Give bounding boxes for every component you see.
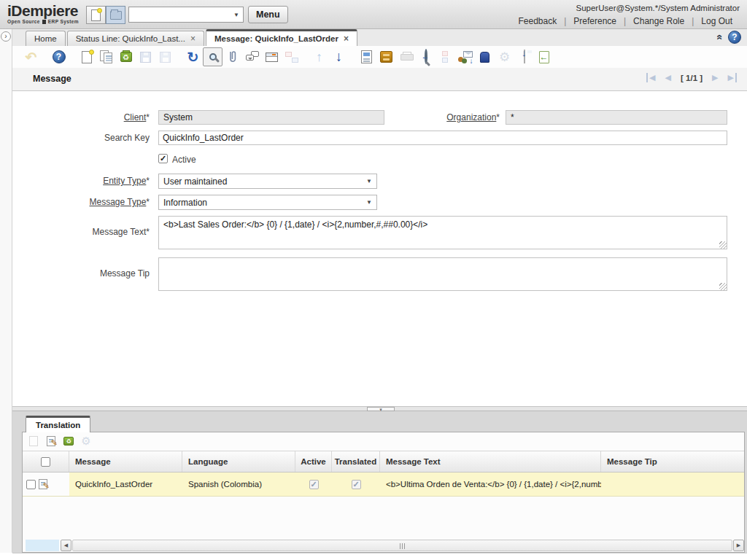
column-message-tip[interactable]: Message Tip [601, 451, 744, 472]
archive-button[interactable] [376, 47, 396, 66]
detail-delete-button[interactable]: ♻ [61, 434, 76, 448]
detail-record-button[interactable]: ↓ [329, 47, 349, 66]
search-key-label: Search Key [27, 133, 150, 143]
application-window: iDempiere Open Source ERP System ▼ Menu … [0, 0, 747, 560]
scrollbar-thumb[interactable] [73, 540, 732, 551]
scroll-right-button[interactable]: ▶ [733, 540, 744, 551]
print-button[interactable] [396, 47, 416, 66]
message-text-label: Message Text* [27, 227, 150, 237]
translation-panel: ✎ ♻ ⚙ Message Language Active Translated… [22, 432, 745, 553]
help-button[interactable]: ? [49, 47, 69, 66]
report-button[interactable] [357, 47, 376, 66]
user-links: Feedback | Preference | Change Role | Lo… [511, 16, 740, 26]
entity-type-label: Entity Type* [27, 176, 150, 186]
detail-edit-button[interactable]: ✎ [44, 434, 58, 448]
report-icon [361, 50, 372, 63]
quick-search-combobox[interactable]: ▼ [128, 7, 244, 23]
expand-west-panel-button[interactable]: › [1, 31, 11, 42]
scroll-left-button[interactable]: ◀ [61, 540, 71, 551]
edit-record-icon: ✎ [47, 436, 55, 446]
tab-home[interactable]: Home [26, 31, 66, 46]
column-message[interactable]: Message [69, 451, 182, 472]
search-key-input[interactable] [158, 131, 727, 145]
resize-grip-icon[interactable] [719, 283, 727, 290]
detail-process-button[interactable]: ⚙ [79, 434, 93, 448]
top-header: iDempiere Open Source ERP System ▼ Menu … [0, 0, 747, 29]
delete-icon: ♻ [63, 437, 74, 446]
previous-record-icon[interactable]: ◀ [665, 73, 671, 82]
find-icon [209, 53, 217, 61]
parent-record-button[interactable]: ↑ [309, 47, 329, 66]
chat-button[interactable] [242, 47, 262, 66]
close-icon[interactable]: × [344, 35, 349, 42]
feedback-link[interactable]: Feedback [511, 16, 564, 26]
message-type-dropdown[interactable]: Information ▼ [158, 195, 377, 210]
tab-status-line[interactable]: Status Line: QuickInfo_Last... × [67, 31, 204, 46]
entity-type-dropdown[interactable]: User maintained ▼ [158, 174, 377, 189]
help-icon[interactable]: ? [728, 31, 741, 44]
combobox-dropdown-icon[interactable]: ▼ [230, 12, 243, 18]
grid-toggle-button[interactable] [262, 47, 282, 66]
save-record-button[interactable] [136, 47, 155, 66]
message-text-textarea[interactable]: <b>Last Sales Order:</b> {0} / {1,date} … [158, 216, 727, 249]
change-role-link[interactable]: Change Role [626, 16, 692, 26]
horizontal-scrollbar[interactable] [72, 540, 732, 551]
desktop-tab-bar: Home Status Line: QuickInfo_Last... × Me… [12, 29, 747, 46]
up-arrow-icon: ↑ [316, 50, 322, 65]
detail-records-button[interactable] [282, 47, 301, 66]
save-create-button[interactable] [155, 47, 175, 66]
workflow-button[interactable] [436, 47, 455, 66]
down-arrow-icon: ↓ [336, 49, 343, 65]
last-record-icon[interactable]: ▶ [728, 73, 737, 82]
next-record-icon[interactable]: ▶ [712, 73, 718, 82]
detail-new-button[interactable] [26, 434, 41, 448]
export-button[interactable]: ↓ [514, 47, 534, 66]
new-record-button[interactable] [77, 47, 96, 66]
refresh-button[interactable]: ↻ [183, 47, 203, 66]
paging-box[interactable] [26, 540, 59, 551]
lock-private-button[interactable] [475, 47, 495, 66]
logo-title: iDempiere [7, 3, 79, 19]
resize-grip-icon[interactable] [719, 241, 727, 249]
close-icon[interactable]: × [190, 35, 196, 42]
gear-icon: ⚙ [81, 435, 90, 448]
exit-icon: ← [539, 51, 549, 63]
column-translated[interactable]: Translated [332, 451, 380, 472]
find-record-button[interactable] [203, 47, 222, 66]
undo-button[interactable]: ↶ [21, 47, 41, 66]
message-tip-label: Message Tip [27, 268, 150, 279]
delete-record-button[interactable]: ♻ [116, 47, 136, 66]
breadcrumb-row: Message ◀ ◀ [ 1/1 ] ▶ ▶ [12, 68, 747, 91]
open-window-button[interactable] [106, 6, 125, 24]
active-checkbox[interactable]: ✓ [158, 154, 168, 163]
detail-toolbar: ✎ ♻ ⚙ [23, 432, 744, 450]
horizontal-splitter[interactable]: ▾ [12, 406, 747, 411]
refresh-icon: ↻ [187, 49, 199, 66]
first-record-icon[interactable]: ◀ [646, 73, 655, 82]
tab-translation[interactable]: Translation [26, 416, 90, 432]
attachment-button[interactable] [222, 47, 242, 66]
requests-button[interactable]: ↓ [455, 47, 475, 66]
collapse-header-icon[interactable]: » [713, 34, 724, 40]
column-language[interactable]: Language [182, 451, 295, 472]
select-all-checkbox[interactable] [41, 457, 50, 467]
chevron-down-icon: ▼ [362, 178, 376, 184]
logout-link[interactable]: Log Out [694, 16, 740, 26]
row-select-checkbox[interactable] [26, 480, 36, 489]
new-record-icon [82, 51, 92, 63]
copy-record-button[interactable] [96, 47, 116, 66]
menu-button[interactable]: Menu [248, 6, 288, 23]
column-message-text[interactable]: Message Text [380, 451, 601, 472]
new-window-button[interactable] [86, 6, 106, 24]
process-button[interactable]: ⚙ [495, 47, 514, 66]
preference-link[interactable]: Preference [566, 16, 624, 26]
select-all-column[interactable] [23, 451, 69, 472]
table-row[interactable]: ✎ QuickInfo_LastOrder Spanish (Colombia)… [23, 472, 744, 497]
zoom-across-button[interactable]: ← [416, 47, 436, 66]
table-header-row: Message Language Active Translated Messa… [23, 451, 744, 472]
column-active[interactable]: Active [295, 451, 332, 472]
message-tip-textarea[interactable] [158, 257, 727, 291]
tab-message-quickinfo[interactable]: Message: QuickInfo_LastOrder × [206, 29, 357, 46]
edit-row-icon[interactable]: ✎ [39, 479, 47, 489]
exit-button[interactable]: ← [534, 47, 554, 66]
